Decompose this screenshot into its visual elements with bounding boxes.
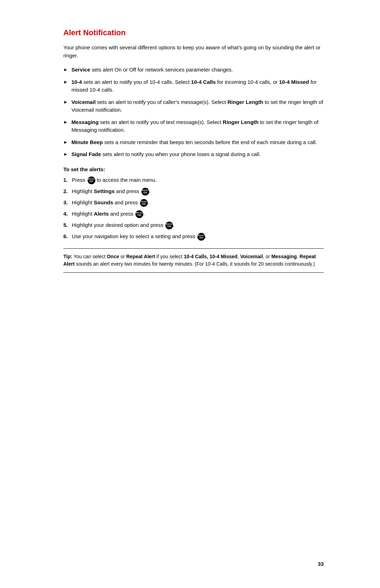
bullet-arrow-icon: ► (63, 66, 68, 73)
bullet-bold: Ringer Length (228, 99, 264, 105)
bullet-term: Signal Fade (71, 151, 101, 157)
tip-bold: Messaging (271, 254, 297, 259)
list-item: ► Voicemail sets an alert to notify you … (63, 98, 324, 114)
step-6: 6. Use your navigation key to select a s… (63, 232, 324, 241)
tip-bold: Repeat Alert (126, 254, 155, 259)
step-bold: Sounds (94, 199, 113, 205)
list-item: ► Service sets alert On or Off for netwo… (63, 66, 324, 74)
section-title: Alert Notification (63, 28, 324, 37)
bullet-list: ► Service sets alert On or Off for netwo… (63, 66, 324, 159)
tip-bold: Voicemail (240, 254, 263, 259)
bullet-bold: 10-4 Calls (191, 79, 216, 85)
list-item: ► 10-4 sets an alert to notify you of 10… (63, 78, 324, 94)
step-content: Highlight Alerts and press MENUOK. (72, 210, 324, 218)
bullet-arrow-icon: ► (63, 139, 68, 146)
page-number: 33 (318, 561, 324, 567)
bullet-term: Minute Beep (71, 139, 103, 145)
step-content: Use your navigation key to select a sett… (72, 232, 324, 241)
step-1: 1. Press MENUOK to access the main menu. (63, 176, 324, 184)
step-4: 4. Highlight Alerts and press MENUOK. (63, 210, 324, 218)
step-bold: Settings (94, 188, 115, 194)
step-bold: Alerts (94, 211, 109, 217)
to-set-label: To set the alerts: (63, 166, 324, 172)
step-content: Highlight Settings and press MENUOK. (72, 187, 324, 196)
tip-bold: 10-4 Calls, 10-4 Missed (184, 254, 238, 259)
step-number: 3. (63, 198, 70, 206)
bullet-content: Signal Fade sets alert to notify you whe… (71, 150, 324, 159)
menu-ok-button-icon: MENUOK (197, 233, 205, 241)
bullet-arrow-icon: ► (63, 151, 68, 158)
list-item: ► Messaging sets an alert to notify you … (63, 118, 324, 134)
bullet-term: Service (71, 67, 90, 73)
step-3: 3. Highlight Sounds and press MENUOK. (63, 198, 324, 207)
step-2: 2. Highlight Settings and press MENUOK. (63, 187, 324, 196)
bullet-term: Messaging (71, 119, 99, 125)
step-content: Press MENUOK to access the main menu. (72, 176, 324, 184)
bullet-bold: Ringer Length (223, 119, 259, 125)
menu-ok-button-icon: MENUOK (135, 210, 143, 218)
bullet-content: 10-4 sets an alert to notify you of 10-4… (71, 78, 324, 94)
menu-ok-button-icon: MENUOK (165, 222, 173, 229)
step-number: 6. (63, 232, 70, 240)
intro-text: Your phone comes with several different … (63, 44, 324, 60)
bullet-bold: 10-4 Missed (279, 79, 309, 85)
bullet-content: Voicemail sets an alert to notify you of… (71, 98, 324, 114)
bullet-content: Minute Beep sets a minute reminder that … (71, 138, 324, 147)
bullet-term: Voicemail (71, 99, 96, 105)
step-number: 5. (63, 221, 70, 229)
tip-box: Tip: You can select Once or Repeat Alert… (63, 248, 324, 273)
bullet-term: 10-4 (71, 79, 82, 85)
step-5: 5. Highlight your desired option and pre… (63, 221, 324, 229)
list-item: ► Signal Fade sets alert to notify you w… (63, 150, 324, 159)
step-number: 1. (63, 176, 70, 184)
step-content: Highlight your desired option and press … (72, 221, 324, 229)
menu-ok-button-icon: MENUOK (140, 199, 148, 207)
step-content: Highlight Sounds and press MENUOK. (72, 198, 324, 207)
bullet-content: Messaging sets an alert to notify you of… (71, 118, 324, 134)
bullet-content: Service sets alert On or Off for network… (71, 66, 324, 74)
menu-ok-button-icon: MENUOK (141, 188, 149, 196)
tip-bold: Once (107, 254, 119, 259)
steps-list: 1. Press MENUOK to access the main menu.… (63, 176, 324, 241)
menu-ok-button-icon: MENUOK (88, 177, 95, 184)
step-number: 4. (63, 210, 70, 218)
bullet-arrow-icon: ► (63, 99, 68, 106)
page: Alert Notification Your phone comes with… (0, 0, 380, 588)
list-item: ► Minute Beep sets a minute reminder tha… (63, 138, 324, 147)
step-number: 2. (63, 187, 70, 195)
bullet-arrow-icon: ► (63, 79, 68, 86)
bullet-arrow-icon: ► (63, 119, 68, 126)
tip-label: Tip: (63, 254, 72, 259)
